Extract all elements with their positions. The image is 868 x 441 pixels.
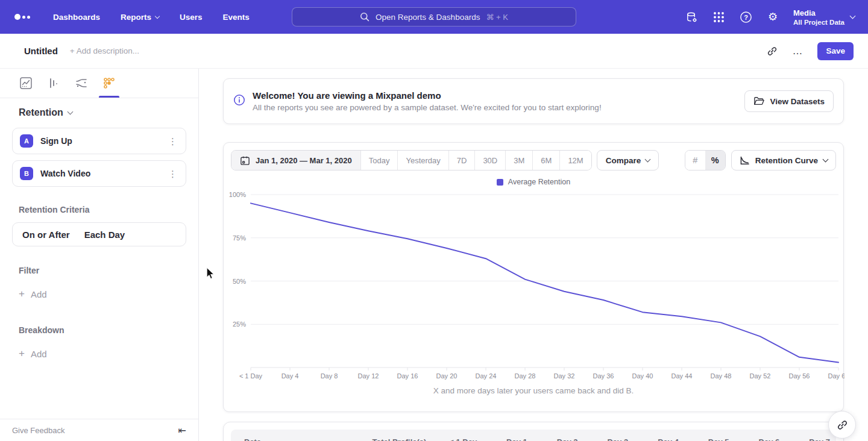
y-tick-label: 25% [233, 321, 246, 328]
criteria-each-day[interactable]: Each Day [84, 230, 125, 240]
nav-item-dashboards[interactable]: Dashboards [53, 13, 100, 22]
more-options-icon[interactable]: … [792, 45, 803, 57]
x-tick-label: Day 56 [789, 372, 810, 380]
date-preset-3m[interactable]: 3M [505, 151, 532, 170]
main-content: Welcome! You are viewing a Mixpanel demo… [199, 69, 868, 441]
chevron-down-icon [823, 157, 829, 163]
tab-flows[interactable] [68, 69, 95, 98]
help-icon[interactable]: ? [739, 10, 752, 23]
global-search-input[interactable]: Open Reports & Dashboards ⌘ + K [292, 7, 576, 27]
retention-criteria-card: On or After Each Day [12, 222, 186, 246]
table-header-5: Day 3 [578, 437, 629, 441]
chart-type-dropdown[interactable]: Retention Curve [731, 150, 836, 170]
info-icon [233, 94, 245, 108]
table-header-6: Day 4 [628, 437, 679, 441]
primary-nav: DashboardsReportsUsersEvents [53, 13, 250, 22]
project-scope: All Project Data [793, 19, 844, 26]
table-header-row: DataTotal Profile(s)< 1 DayDay 1Day 2Day… [231, 430, 836, 441]
y-tick-label: 75% [233, 234, 246, 242]
event-label: Sign Up [40, 136, 72, 146]
x-tick-label: Day 4 [281, 372, 299, 380]
event-card-a[interactable]: ASign Up⋮ [12, 128, 186, 154]
chevron-down-icon [155, 13, 160, 18]
navbar-right: ? ⚙ Media All Project Data [685, 0, 855, 34]
count-toggle[interactable]: # [685, 151, 705, 170]
legend-swatch [497, 179, 503, 186]
banner-title: Welcome! You are viewing a Mixpanel demo [253, 90, 602, 101]
date-preset-today[interactable]: Today [360, 151, 398, 170]
top-navbar: DashboardsReportsUsersEvents Open Report… [0, 0, 868, 34]
give-feedback-link[interactable]: Give Feedback [12, 426, 64, 435]
date-range-picker[interactable]: Jan 1, 2020 — Mar 1, 2020 [231, 151, 360, 170]
data-management-icon[interactable] [685, 10, 698, 23]
table-header-3: Day 1 [477, 437, 527, 441]
compare-label: Compare [606, 156, 641, 165]
tab-retention[interactable] [95, 69, 123, 98]
folder-icon [753, 96, 764, 106]
save-button[interactable]: Save [817, 42, 854, 60]
add-filter-label: Add [31, 289, 47, 299]
table-header-8: Day 6 [729, 437, 780, 441]
x-tick-label: Day 48 [711, 372, 732, 380]
retention-table-card: DataTotal Profile(s)< 1 DayDay 1Day 2Day… [223, 422, 844, 441]
report-title[interactable]: Untitled [24, 46, 58, 56]
x-tick-label: Day 28 [515, 372, 536, 380]
add-breakdown-button[interactable]: + Add [19, 348, 186, 360]
share-link-fab[interactable] [828, 411, 856, 439]
date-preset-12m[interactable]: 12M [559, 151, 591, 170]
view-datasets-button[interactable]: View Datasets [744, 90, 834, 112]
tab-insights[interactable] [12, 69, 40, 98]
svg-text:?: ? [744, 13, 748, 20]
x-tick-label: Day 52 [750, 372, 771, 380]
collapse-sidebar-icon[interactable]: ⇤ [178, 425, 186, 436]
project-name: Media [793, 8, 844, 19]
criteria-on-or-after[interactable]: On or After [22, 230, 70, 240]
retention-section-dropdown[interactable]: Retention [19, 107, 186, 118]
nav-item-events[interactable]: Events [223, 13, 250, 22]
kebab-menu-icon[interactable]: ⋮ [168, 137, 177, 146]
date-preset-6m[interactable]: 6M [532, 151, 559, 170]
x-tick-label: Day 8 [321, 372, 338, 380]
x-tick-label: Day 12 [358, 372, 379, 380]
apps-grid-icon[interactable] [712, 10, 725, 23]
sidebar-footer: Give Feedback ⇤ [0, 419, 198, 441]
mixpanel-logo-icon[interactable] [14, 14, 30, 20]
date-preset-30d[interactable]: 30D [474, 151, 505, 170]
copy-link-icon[interactable] [767, 46, 778, 57]
chevron-down-icon [850, 13, 856, 19]
compare-button[interactable]: Compare [597, 150, 659, 170]
project-switcher[interactable]: Media All Project Data [793, 8, 855, 26]
chevron-down-icon [67, 109, 73, 115]
x-tick-label: < 1 Day [239, 372, 263, 380]
view-datasets-label: View Datasets [770, 97, 825, 106]
retention-line-chart: 100%75%50%25%< 1 DayDay 4Day 8Day 12Day … [224, 187, 844, 383]
nav-item-users[interactable]: Users [180, 13, 203, 22]
date-preset-yesterday[interactable]: Yesterday [397, 151, 448, 170]
retention-curve-icon [740, 156, 750, 165]
search-placeholder: Open Reports & Dashboards [376, 13, 480, 22]
report-sidebar: Retention ASign Up⋮BWatch Video⋮ Retenti… [0, 69, 199, 441]
table-header-9: Day 7 [779, 437, 830, 441]
kebab-menu-icon[interactable]: ⋮ [168, 169, 177, 178]
add-description-field[interactable]: + Add description... [70, 46, 139, 55]
event-badge: B [20, 167, 33, 180]
nav-item-reports[interactable]: Reports [121, 13, 159, 22]
chart-type-label: Retention Curve [755, 156, 818, 165]
date-range-value: Jan 1, 2020 — Mar 1, 2020 [256, 156, 352, 165]
x-tick-label: Day 20 [436, 372, 458, 380]
chart-legend[interactable]: Average Retention [224, 178, 843, 186]
tab-funnels[interactable] [40, 69, 68, 98]
x-tick-label: Day 32 [554, 372, 575, 380]
event-card-b[interactable]: BWatch Video⋮ [12, 160, 186, 187]
date-preset-7d[interactable]: 7D [448, 151, 475, 170]
settings-gear-icon[interactable]: ⚙ [766, 10, 779, 23]
value-format-toggle: # % [685, 150, 726, 170]
banner-subtitle: All the reports you see are powered by a… [253, 103, 602, 112]
calendar-icon [240, 155, 250, 166]
percent-toggle[interactable]: % [705, 151, 725, 170]
x-tick-label: Day 40 [632, 372, 653, 380]
search-icon [360, 12, 370, 22]
add-filter-button[interactable]: + Add [19, 288, 186, 300]
nav-item-label: Dashboards [53, 13, 100, 22]
x-tick-label: Day 36 [593, 372, 614, 380]
